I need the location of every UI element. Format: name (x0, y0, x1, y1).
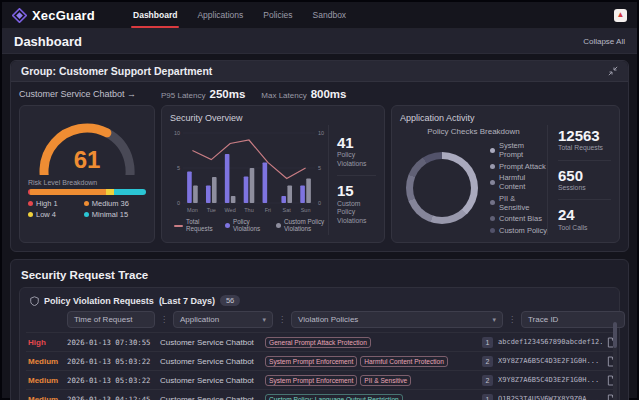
policy-violations-value: 41 (337, 135, 376, 152)
svg-text:Wed: Wed (225, 207, 236, 213)
svg-text:Tue: Tue (207, 207, 216, 213)
legend-dot-icon (84, 212, 89, 217)
risk-legend-label: Low 4 (36, 210, 56, 219)
legend-dot-icon (84, 201, 89, 206)
application-cell: Customer Service Chatbot (160, 338, 260, 347)
policy-legend-item: Prompt Attack (490, 162, 547, 171)
chart-legend-bar: Policy Violations (225, 219, 269, 233)
legend-dot-icon (225, 223, 230, 228)
legend-dot-icon (28, 212, 33, 217)
svg-text:5: 5 (318, 165, 321, 171)
application-activity-card: Application Activity Policy Checks Break… (391, 105, 620, 243)
svg-text:61: 61 (74, 146, 101, 173)
application-activity-title: Application Activity (400, 113, 611, 123)
chart-legend-label: Total Requests (186, 219, 218, 233)
column-label: Application (180, 315, 219, 324)
trace-table-body: High2026-01-13 07:30:55Customer Service … (26, 332, 613, 400)
custom-policy-violations-label: Custom Policy Violations (337, 200, 376, 225)
legend-dot-icon (490, 180, 495, 185)
table-row[interactable]: Medium2026-01-13 04:12:45Customer Servic… (26, 389, 613, 400)
legend-dot-icon (490, 228, 495, 233)
risk-legend-low: Low 4 (28, 210, 80, 219)
column-menu-icon[interactable]: ⋮ (508, 315, 516, 324)
column-header-pol[interactable]: Violation Policies▾ (291, 311, 503, 328)
app-link[interactable]: Customer Service Chatbot → (19, 89, 161, 99)
column-label: Time of Request (74, 315, 132, 324)
policy-tag[interactable]: General Prompt Attack Protection (265, 337, 371, 348)
svg-text:Sun: Sun (301, 207, 311, 213)
severity-badge: High (28, 338, 62, 347)
latency-p95: P95 Latency 250ms (161, 88, 245, 100)
latency-row: P95 Latency 250ms Max Latency 800ms (161, 88, 346, 100)
chevron-down-icon[interactable]: ▾ (492, 316, 496, 324)
column-label: Violation Policies (298, 315, 358, 324)
arrow-right-icon: → (127, 89, 136, 99)
app-window: XecGuard DashboardApplicationsPoliciesSa… (0, 0, 639, 400)
policy-legend-item: PII & Sensitive (490, 194, 547, 212)
table-row[interactable]: Medium2026-01-13 05:03:22Customer Servic… (26, 351, 613, 370)
column-menu-icon[interactable]: ⋮ (160, 315, 168, 324)
legend-dot-icon (490, 216, 495, 221)
policies-cell: Custom Policy: Language Output Restricti… (265, 394, 477, 400)
policy-legend-label: Content Bias (499, 214, 542, 223)
column-header-app[interactable]: Application▾ (173, 311, 273, 328)
column-header-trace[interactable]: Trace ID (521, 311, 625, 328)
risk-legend-high: High 1 (28, 199, 80, 208)
trace-id-cell[interactable]: abcdef1234567890abcdef12... (498, 338, 602, 346)
activity-stat-value: 650 (558, 168, 611, 185)
table-scrollbar[interactable] (613, 322, 617, 400)
org-avatar-icon[interactable]: ▲ (614, 9, 627, 22)
time-cell: 2026-01-13 05:03:22 (67, 376, 155, 385)
table-row[interactable]: Medium2026-01-13 05:03:22Customer Servic… (26, 370, 613, 389)
brand[interactable]: XecGuard (12, 8, 95, 23)
trace-id-cell[interactable]: Q1R2S3T4U5V6W7X8Y9Z0A... (498, 395, 602, 400)
policy-tag[interactable]: System Prompt Enforcement (265, 356, 357, 367)
nav-item-policies[interactable]: Policies (253, 2, 302, 28)
policy-tag[interactable]: Harmful Content Protection (360, 356, 448, 367)
column-menu-icon[interactable]: ⋮ (278, 315, 286, 324)
table-row[interactable]: High2026-01-13 07:30:55Customer Service … (26, 332, 613, 351)
legend-dot-icon (490, 200, 495, 205)
group-header: Group: Customer Support Department (11, 61, 628, 82)
divider (558, 160, 611, 161)
policy-legend-label: Harmful Content (499, 173, 547, 191)
collapse-all-button[interactable]: Collapse All (583, 37, 625, 46)
policy-count-badge: 2 (482, 375, 493, 386)
svg-text:Sat: Sat (283, 207, 292, 213)
collapse-group-icon[interactable] (608, 66, 618, 76)
security-overview-card: Security Overview 00551010MonTueWedThuFr… (161, 105, 385, 243)
nav-item-dashboard[interactable]: Dashboard (123, 2, 187, 28)
svg-text:10: 10 (318, 130, 324, 136)
policy-legend-label: System Prompt (499, 141, 547, 159)
activity-stat-value: 12563 (558, 128, 611, 145)
trace-count-badge: 56 (220, 295, 240, 306)
policy-tag[interactable]: PII & Sensitive (360, 375, 411, 386)
chart-legend-bar: Custom Policy Violations (276, 219, 328, 233)
trace-table-header-row: Time of Request⋮Application▾⋮Violation P… (26, 311, 613, 332)
policy-count-badge: 2 (482, 356, 493, 367)
policy-count-badge: 1 (482, 337, 493, 348)
risk-stacked-bar (28, 189, 146, 195)
trace-id-cell[interactable]: X9Y8Z7A6B5C4D3E2F1G0H... (498, 376, 602, 384)
policy-tag[interactable]: System Prompt Enforcement (265, 375, 357, 386)
legend-dot-icon (276, 223, 281, 228)
group-title: Group: Customer Support Department (21, 65, 212, 77)
nav-item-sandbox[interactable]: Sandbox (303, 2, 357, 28)
column-header-time[interactable]: Time of Request (67, 311, 155, 328)
risk-legend: High 1Medium 36Low 4Minimal 15 (28, 199, 146, 219)
policy-legend-item: Harmful Content (490, 173, 547, 191)
severity-badge: Medium (28, 357, 62, 366)
nav-item-applications[interactable]: Applications (187, 2, 253, 28)
trace-id-cell[interactable]: X9Y8Z7A6B5C4D3E2F1G0H... (498, 357, 602, 365)
policy-count-badge: 1 (482, 394, 493, 400)
policy-tag[interactable]: Custom Policy: Language Output Restricti… (265, 394, 403, 400)
legend-dot-icon (490, 148, 495, 153)
application-cell: Customer Service Chatbot (160, 395, 260, 400)
policy-legend-label: Prompt Attack (499, 162, 546, 171)
page-header: Dashboard Collapse All (2, 29, 637, 54)
policy-legend-item: Content Bias (490, 214, 547, 223)
trace-table-title: Policy Violation Requests (44, 296, 154, 306)
risk-breakdown-title: Risk Level Breakdown (28, 179, 146, 186)
chevron-down-icon[interactable]: ▾ (262, 316, 266, 324)
policies-cell: System Prompt EnforcementPII & Sensitive (265, 375, 477, 386)
